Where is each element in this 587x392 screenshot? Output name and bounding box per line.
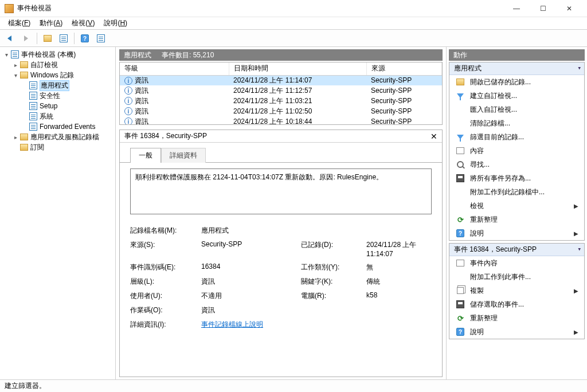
val-level: 資訊	[201, 277, 293, 287]
action-group-log: 應用程式 ▴ 開啟已儲存的記錄...建立自訂檢視...匯入自訂檢視...清除記錄…	[449, 62, 585, 241]
action-item[interactable]: ?說明▶	[449, 226, 584, 240]
lbl-opcode: 作業碼(O):	[130, 305, 193, 315]
action-item[interactable]: 附加工作到此記錄檔中...	[449, 185, 584, 199]
val-opcode: 資訊	[201, 305, 432, 315]
action-label: 將所有事件另存為...	[470, 174, 531, 183]
menu-view[interactable]: 檢視(V)	[67, 17, 99, 30]
tree-pane[interactable]: ▾ 事件檢視器 (本機) ▸ 自訂檢視 ▾ Windows 記錄 應用程式安全性…	[0, 47, 116, 379]
filter-icon	[455, 132, 465, 142]
tree-log-item[interactable]: Setup	[21, 101, 113, 111]
action-item[interactable]: 檢視▶	[449, 199, 584, 213]
tree-log-item[interactable]: Forwarded Events	[21, 121, 113, 132]
toolbar-pane-button[interactable]	[94, 32, 108, 45]
event-row[interactable]: i資訊2024/11/28 上午 11:12:57Security-SPP	[120, 85, 442, 96]
submenu-arrow-icon: ▶	[574, 230, 578, 237]
action-label: 說明	[470, 327, 484, 337]
action-item[interactable]: 篩選目前的記錄...	[449, 130, 584, 144]
tab-general[interactable]: 一般	[130, 148, 161, 163]
action-item[interactable]: 清除記錄檔...	[449, 116, 584, 130]
collapse-icon: ▴	[578, 66, 581, 72]
detail-close-button[interactable]: ✕	[431, 132, 437, 141]
expand-icon[interactable]: ▾	[11, 72, 19, 79]
maximize-button[interactable]: ☐	[530, 0, 556, 17]
tree-app-services-logs[interactable]: ▸ 應用程式及服務記錄檔	[11, 132, 113, 142]
tree-subscriptions[interactable]: 訂閱	[11, 142, 113, 152]
eventviewer-icon	[10, 50, 19, 58]
expand-icon[interactable]: ▸	[11, 134, 19, 140]
expand-icon[interactable]: ▸	[11, 62, 19, 68]
action-group-title: 事件 16384，Security-SPP	[454, 245, 537, 254]
action-group-head[interactable]: 應用程式 ▴	[449, 62, 584, 75]
expand-icon[interactable]: ▾	[2, 52, 10, 58]
action-item[interactable]: 尋找...	[449, 158, 584, 171]
folder-icon	[19, 61, 29, 69]
action-item[interactable]: ?說明▶	[449, 325, 584, 339]
action-label: 檢視	[470, 201, 484, 211]
help-icon: ?	[455, 327, 465, 336]
log-name: 應用程式	[124, 50, 151, 60]
val-eventid: 16384	[201, 262, 293, 272]
event-row[interactable]: i資訊2024/11/28 上午 11:02:50Security-SPP	[120, 106, 442, 116]
center-pane: 應用程式 事件數目: 55,210 等級 日期和時間 來源 i資訊2024/11…	[116, 47, 446, 379]
action-item[interactable]: 建立自訂檢視...	[449, 89, 584, 103]
actions-header: 動作	[449, 49, 585, 61]
menu-help[interactable]: 說明(H)	[99, 17, 132, 30]
minimize-button[interactable]: ―	[503, 0, 530, 17]
action-item[interactable]: ⟳重新整理	[449, 213, 584, 226]
col-source[interactable]: 來源	[366, 62, 442, 75]
col-level[interactable]: 等級	[120, 62, 229, 75]
tree-log-item[interactable]: 系統	[21, 111, 113, 121]
action-item[interactable]: 匯入自訂檢視...	[449, 103, 584, 116]
val-user: 不適用	[201, 291, 293, 301]
col-date[interactable]: 日期和時間	[229, 62, 366, 75]
action-item[interactable]: 將所有事件另存為...	[449, 171, 584, 185]
tree-label: 安全性	[40, 91, 60, 101]
tree-root[interactable]: ▾ 事件檢視器 (本機)	[2, 49, 113, 60]
log-icon	[29, 102, 38, 110]
toolbar-show-hide-button[interactable]	[41, 32, 54, 45]
tree-windows-logs[interactable]: ▾ Windows 記錄	[11, 70, 113, 80]
action-item[interactable]: 開啟已儲存的記錄...	[449, 75, 584, 89]
info-icon: i	[124, 117, 132, 125]
link-online-help[interactable]: 事件記錄檔線上說明	[201, 320, 263, 328]
folder-icon	[19, 133, 29, 141]
event-list[interactable]: 等級 日期和時間 來源 i資訊2024/11/28 上午 11:14:07Sec…	[119, 62, 443, 125]
action-item[interactable]: 複製▶	[449, 284, 584, 297]
action-item[interactable]: 附加工作到此事件...	[449, 270, 584, 284]
event-row[interactable]: i資訊2024/11/28 上午 11:03:21Security-SPP	[120, 96, 442, 106]
action-item[interactable]: 內容	[449, 144, 584, 158]
info-icon: i	[124, 97, 132, 105]
val-logged: 2024/11/28 上午 11:14:07	[366, 240, 432, 258]
close-button[interactable]: ✕	[556, 0, 582, 17]
action-label: 開啟已儲存的記錄...	[470, 77, 531, 87]
folder-icon	[455, 77, 465, 87]
nav-back-button[interactable]	[3, 32, 17, 45]
action-label: 匯入自訂檢視...	[470, 105, 517, 115]
action-label: 附加工作到此事件...	[470, 272, 531, 282]
menu-action[interactable]: 動作(A)	[35, 17, 67, 30]
tree-log-item[interactable]: 安全性	[21, 91, 113, 101]
log-icon	[29, 112, 38, 120]
toolbar-help-button[interactable]: ?	[78, 32, 92, 45]
action-label: 重新整理	[470, 215, 498, 225]
tab-details[interactable]: 詳細資料	[161, 148, 206, 163]
action-label: 清除記錄檔...	[470, 119, 510, 128]
toolbar-properties-button[interactable]	[57, 32, 71, 45]
tree-label: 系統	[40, 112, 53, 121]
action-item[interactable]: 事件內容	[449, 256, 584, 270]
tree-log-item[interactable]: 應用程式	[21, 80, 113, 91]
val-computer: k58	[366, 291, 432, 301]
log-icon	[29, 92, 38, 100]
menubar: 檔案(F) 動作(A) 檢視(V) 說明(H)	[0, 17, 587, 30]
actions-pane: 動作 應用程式 ▴ 開啟已儲存的記錄...建立自訂檢視...匯入自訂檢視...清…	[446, 47, 587, 379]
event-row[interactable]: i資訊2024/11/28 上午 11:14:07Security-SPP	[120, 75, 442, 85]
action-group-head[interactable]: 事件 16384，Security-SPP ▴	[449, 244, 584, 256]
event-row[interactable]: i資訊2024/11/28 上午 10:18:44Security-SPP	[120, 116, 442, 125]
action-item[interactable]: ⟳重新整理	[449, 311, 584, 325]
statusbar: 建立篩選器。	[0, 379, 587, 392]
submenu-arrow-icon: ▶	[574, 329, 578, 335]
menu-file[interactable]: 檔案(F)	[3, 17, 35, 30]
action-item[interactable]: 儲存選取的事件...	[449, 297, 584, 311]
tree-custom-views[interactable]: ▸ 自訂檢視	[11, 60, 113, 70]
nav-forward-button[interactable]	[19, 32, 33, 45]
